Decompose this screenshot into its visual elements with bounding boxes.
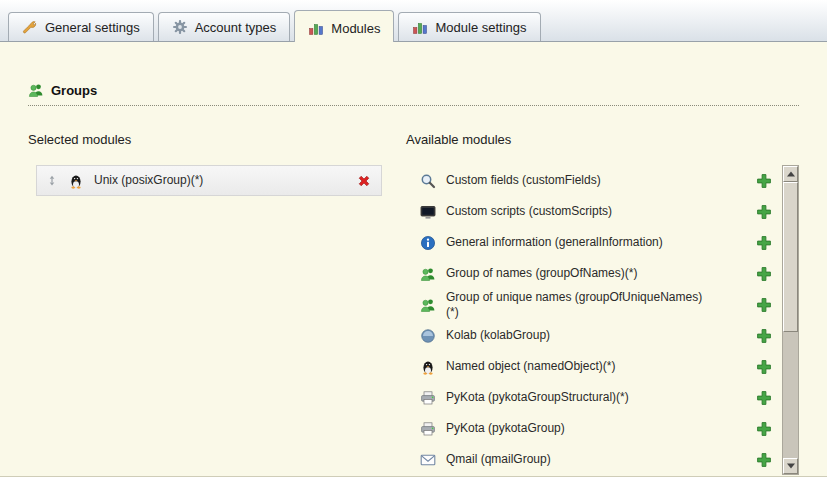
printer-icon — [420, 421, 436, 437]
add-module-button[interactable] — [756, 204, 772, 220]
selected-modules-column: Selected modules Unix (posixGroup)(*) — [28, 132, 390, 475]
modules-icon — [412, 19, 428, 35]
available-module-row: Named object (namedObject)(*) — [406, 351, 782, 382]
module-label: PyKota (pykotaGroup) — [446, 421, 565, 436]
add-module-button[interactable] — [756, 421, 772, 437]
add-module-button[interactable] — [756, 235, 772, 251]
modules-columns: Selected modules Unix (posixGroup)(*) Av… — [28, 132, 799, 475]
tab-label: Account types — [195, 20, 277, 35]
available-module-row: PyKota (pykotaGroup) — [406, 413, 782, 444]
info-icon — [420, 235, 436, 251]
module-label: PyKota (pykotaGroupStructural)(*) — [446, 390, 629, 405]
scrollbar — [782, 165, 799, 475]
page-title: Groups — [28, 82, 799, 106]
available-module-row: Group of names (groupOfNames)(*) — [406, 258, 782, 289]
selected-modules-list: Unix (posixGroup)(*) — [28, 165, 390, 196]
add-module-button[interactable] — [756, 390, 772, 406]
selected-module-row: Unix (posixGroup)(*) — [36, 165, 382, 196]
tab-label: Modules — [331, 21, 380, 36]
tab-modules[interactable]: Modules — [294, 10, 394, 42]
module-label: Group of names (groupOfNames)(*) — [446, 266, 637, 281]
scroll-down-icon[interactable] — [783, 458, 798, 474]
available-module-row: Group of unique names (groupOfUniqueName… — [406, 289, 782, 320]
available-modules-wrap: Custom fields (customFields)Custom scrip… — [406, 165, 799, 475]
printer-icon — [420, 390, 436, 406]
modules-tab-content: Groups Selected modules Unix (posixGroup… — [0, 42, 827, 477]
groups-icon — [28, 82, 44, 98]
scroll-up-icon[interactable] — [783, 166, 798, 182]
tux-icon — [68, 173, 84, 189]
add-module-button[interactable] — [756, 266, 772, 282]
terminal-icon — [420, 204, 436, 220]
available-module-row: PyKota (pykotaGroupStructural)(*) — [406, 382, 782, 413]
tab-general-settings[interactable]: General settings — [8, 12, 154, 41]
add-module-button[interactable] — [756, 452, 772, 468]
available-modules-heading: Available modules — [406, 132, 799, 147]
module-label: Custom fields (customFields) — [446, 173, 601, 188]
scrollbar-thumb[interactable] — [783, 182, 798, 332]
gear-icon — [172, 19, 188, 35]
available-module-row: Custom fields (customFields) — [406, 165, 782, 196]
available-module-row: Custom scripts (customScripts) — [406, 196, 782, 227]
module-label: General information (generalInformation) — [446, 235, 663, 250]
available-modules-list: Custom fields (customFields)Custom scrip… — [406, 165, 782, 475]
add-module-button[interactable] — [756, 328, 772, 344]
available-module-row: Kolab (kolabGroup) — [406, 320, 782, 351]
available-modules-column: Available modules Custom fields (customF… — [406, 132, 799, 475]
module-label: Unix (posixGroup)(*) — [94, 173, 346, 188]
available-module-row: Qmail (qmailGroup) — [406, 444, 782, 475]
drag-handle-icon[interactable] — [46, 173, 58, 188]
tab-label: General settings — [45, 20, 140, 35]
module-label: Kolab (kolabGroup) — [446, 328, 550, 343]
modules-icon — [308, 20, 324, 36]
tab-account-types[interactable]: Account types — [158, 12, 291, 41]
groups-icon — [420, 297, 436, 313]
tab-bar: General settingsAccount typesModulesModu… — [0, 0, 827, 42]
magnifier-icon — [420, 173, 436, 189]
wrench-icon — [22, 19, 38, 35]
add-module-button[interactable] — [756, 297, 772, 313]
mail-icon — [420, 452, 436, 468]
groups-icon — [420, 266, 436, 282]
add-module-button[interactable] — [756, 359, 772, 375]
available-module-row: General information (generalInformation) — [406, 227, 782, 258]
module-label: Group of unique names (groupOfUniqueName… — [446, 290, 714, 320]
module-label: Named object (namedObject)(*) — [446, 359, 615, 374]
selected-modules-heading: Selected modules — [28, 132, 390, 147]
add-module-button[interactable] — [756, 173, 772, 189]
remove-module-button[interactable] — [356, 173, 372, 189]
tab-module-settings[interactable]: Module settings — [398, 12, 540, 41]
page-title-text: Groups — [51, 83, 97, 98]
tux-icon — [420, 359, 436, 375]
tab-label: Module settings — [435, 20, 526, 35]
kolab-icon — [420, 328, 436, 344]
scrollbar-track[interactable] — [783, 182, 798, 458]
module-label: Custom scripts (customScripts) — [446, 204, 612, 219]
module-label: Qmail (qmailGroup) — [446, 452, 551, 467]
